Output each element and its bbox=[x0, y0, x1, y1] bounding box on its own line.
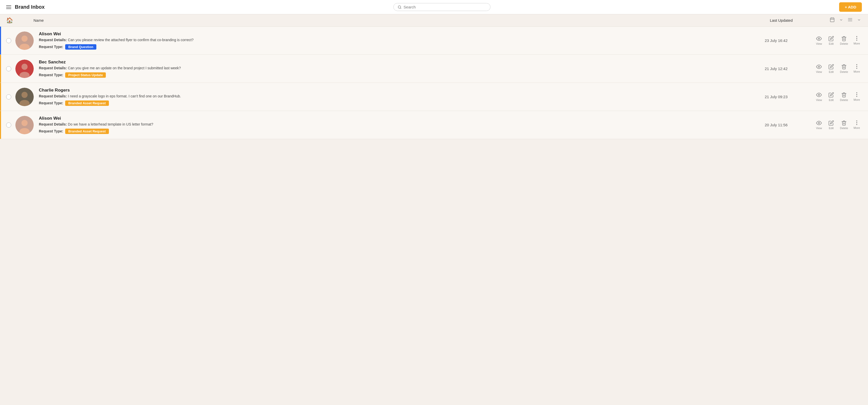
pencil-icon bbox=[828, 64, 834, 69]
row-last-updated: 21 July 12:42 bbox=[765, 66, 811, 71]
table-row: Bec SanchezRequest Details: Can you give… bbox=[0, 55, 868, 83]
svg-point-14 bbox=[22, 64, 28, 70]
row-checkbox[interactable] bbox=[6, 94, 11, 99]
eye-icon bbox=[816, 92, 822, 98]
row-request-details: Request Details: Can you please review t… bbox=[39, 38, 765, 43]
edit-button[interactable]: Edit bbox=[826, 35, 836, 46]
row-request-details: Request Details: I need a grayscale logo… bbox=[39, 94, 765, 99]
row-request-type: Request Type: Brand Question bbox=[39, 44, 765, 50]
row-checkbox[interactable] bbox=[6, 122, 11, 128]
edit-button[interactable]: Edit bbox=[826, 91, 836, 102]
search-input[interactable] bbox=[404, 5, 486, 9]
trash-icon bbox=[841, 36, 847, 41]
app-title: Brand Inbox bbox=[15, 4, 45, 10]
col-name-header: Name bbox=[18, 18, 770, 23]
row-info: Bec SanchezRequest Details: Can you give… bbox=[39, 60, 765, 78]
svg-point-12 bbox=[818, 38, 820, 39]
view-button[interactable]: View bbox=[814, 35, 824, 46]
calendar-chevron-button[interactable] bbox=[838, 17, 844, 24]
row-info: Alison WeiRequest Details: Do we have a … bbox=[39, 116, 765, 134]
app-header: Brand Inbox + ADD bbox=[0, 0, 868, 14]
pencil-icon bbox=[828, 92, 834, 98]
pencil-icon bbox=[828, 120, 834, 126]
row-last-updated: 21 July 09:23 bbox=[765, 95, 811, 99]
more-dots-icon bbox=[856, 120, 857, 125]
edit-button[interactable]: Edit bbox=[826, 119, 836, 131]
delete-button[interactable]: Delete bbox=[838, 63, 849, 74]
list-chevron-button[interactable] bbox=[856, 17, 862, 24]
row-contact-name: Alison Wei bbox=[39, 31, 765, 37]
avatar bbox=[16, 88, 34, 106]
row-info: Charlie RogersRequest Details: I need a … bbox=[39, 88, 765, 106]
row-request-details: Request Details: Do we have a letterhead… bbox=[39, 122, 765, 127]
svg-point-22 bbox=[22, 120, 28, 126]
eye-icon bbox=[816, 36, 822, 41]
request-type-badge: Project Status Update bbox=[65, 72, 106, 78]
svg-point-18 bbox=[22, 92, 28, 98]
row-request-details: Request Details: Can you give me an upda… bbox=[39, 66, 765, 71]
row-actions: ViewEditDeleteMore bbox=[811, 63, 862, 74]
view-button[interactable]: View bbox=[814, 91, 824, 102]
request-type-badge: Brand Question bbox=[65, 44, 96, 50]
table-row: Alison WeiRequest Details: Do we have a … bbox=[0, 111, 868, 139]
delete-button[interactable]: Delete bbox=[838, 35, 849, 46]
trash-icon bbox=[841, 120, 847, 126]
row-checkbox[interactable] bbox=[6, 66, 11, 71]
pencil-icon bbox=[828, 36, 834, 41]
row-contact-name: Alison Wei bbox=[39, 116, 765, 121]
row-last-updated: 20 July 11:56 bbox=[765, 123, 811, 127]
search-wrapper bbox=[45, 3, 839, 11]
list-view-button[interactable] bbox=[846, 16, 854, 25]
avatar bbox=[16, 116, 34, 134]
row-accent-bar bbox=[0, 55, 1, 83]
svg-point-24 bbox=[818, 122, 820, 124]
row-contact-name: Bec Sanchez bbox=[39, 60, 765, 65]
home-icon[interactable]: 🏠 bbox=[6, 17, 13, 24]
delete-button[interactable]: Delete bbox=[838, 119, 849, 131]
more-button[interactable]: More bbox=[851, 35, 862, 46]
more-button[interactable]: More bbox=[851, 91, 862, 102]
edit-button[interactable]: Edit bbox=[826, 63, 836, 74]
add-button[interactable]: + ADD bbox=[839, 2, 862, 12]
col-actions-header bbox=[816, 16, 862, 25]
row-actions: ViewEditDeleteMore bbox=[811, 119, 862, 131]
svg-point-16 bbox=[818, 66, 820, 67]
request-type-badge: Branded Asset Request bbox=[65, 100, 108, 106]
more-dots-icon bbox=[856, 36, 857, 41]
menu-button[interactable] bbox=[6, 5, 11, 9]
row-contact-name: Charlie Rogers bbox=[39, 88, 765, 93]
row-request-type: Request Type: Project Status Update bbox=[39, 72, 765, 78]
view-button[interactable]: View bbox=[814, 119, 824, 131]
eye-icon bbox=[816, 120, 822, 126]
search-bar bbox=[393, 3, 491, 11]
row-actions: ViewEditDeleteMore bbox=[811, 91, 862, 102]
row-accent-bar bbox=[0, 27, 1, 55]
delete-button[interactable]: Delete bbox=[838, 91, 849, 102]
svg-point-20 bbox=[818, 94, 820, 96]
request-type-badge: Branded Asset Request bbox=[65, 129, 108, 134]
trash-icon bbox=[841, 92, 847, 98]
svg-point-10 bbox=[22, 35, 28, 42]
view-button[interactable]: View bbox=[814, 63, 824, 74]
inbox-list: Alison WeiRequest Details: Can you pleas… bbox=[0, 27, 868, 139]
row-last-updated: 23 July 16:42 bbox=[765, 38, 811, 43]
svg-line-1 bbox=[400, 8, 401, 8]
table-header: 🏠 Name Last Updated bbox=[0, 14, 868, 27]
more-button[interactable]: More bbox=[851, 119, 862, 130]
row-request-type: Request Type: Branded Asset Request bbox=[39, 129, 765, 134]
row-info: Alison WeiRequest Details: Can you pleas… bbox=[39, 31, 765, 50]
avatar bbox=[16, 60, 34, 78]
avatar bbox=[16, 31, 34, 50]
calendar-filter-button[interactable] bbox=[829, 16, 836, 25]
row-checkbox[interactable] bbox=[6, 38, 11, 43]
row-accent-bar bbox=[0, 111, 1, 139]
table-row: Alison WeiRequest Details: Can you pleas… bbox=[0, 27, 868, 55]
search-icon bbox=[398, 5, 402, 9]
more-button[interactable]: More bbox=[851, 63, 862, 74]
trash-icon bbox=[841, 64, 847, 69]
col-last-updated-header: Last Updated bbox=[770, 18, 816, 23]
row-actions: ViewEditDeleteMore bbox=[811, 35, 862, 46]
more-dots-icon bbox=[856, 64, 857, 69]
svg-rect-2 bbox=[830, 18, 834, 22]
row-request-type: Request Type: Branded Asset Request bbox=[39, 100, 765, 106]
